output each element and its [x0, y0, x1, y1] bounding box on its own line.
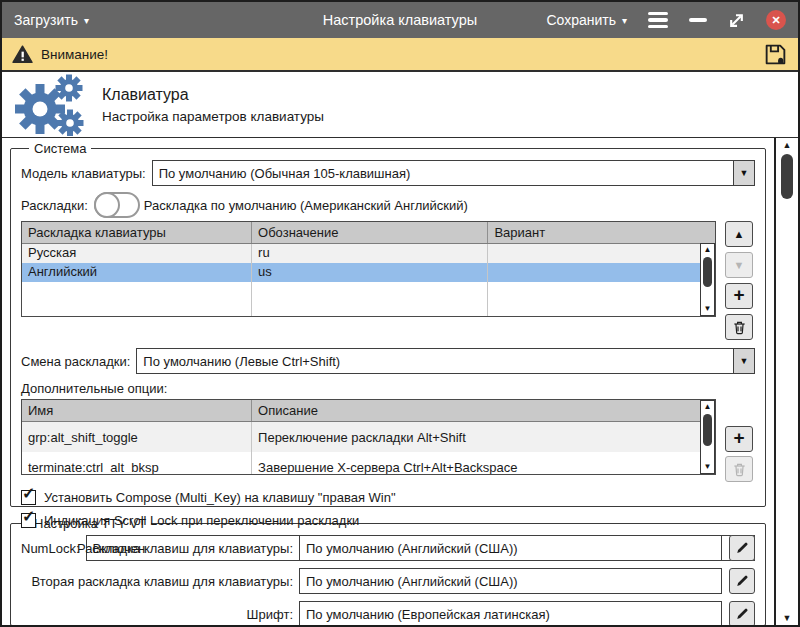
- table-row[interactable]: Русская ru: [22, 244, 715, 263]
- load-menu-label: Загрузить: [14, 12, 78, 28]
- edit-tty-layout-button[interactable]: [729, 535, 755, 561]
- default-layout-toggle[interactable]: [94, 192, 140, 218]
- move-up-button[interactable]: ▲: [725, 221, 753, 247]
- close-button[interactable]: ✕: [766, 10, 786, 30]
- content-area: Система Модель клавиатуры: По умолчанию …: [2, 138, 798, 625]
- tty-second-layout-label: Вторая раскладка клавиш для клавиатуры:: [21, 574, 293, 589]
- options-table-area: Имя Описание grp:alt_shift_toggle Перекл…: [21, 399, 755, 482]
- column-header: Описание: [252, 400, 715, 421]
- scroll-lock-checkbox[interactable]: ✓: [21, 513, 36, 528]
- save-menu-button[interactable]: Сохранить ▾: [546, 12, 627, 28]
- keyboard-settings-window: Загрузить ▾ Настройка клавиатуры Сохрани…: [0, 0, 800, 627]
- load-menu-button[interactable]: Загрузить ▾: [14, 12, 89, 28]
- cell-layout: Английский: [22, 263, 252, 282]
- keyboard-model-row: Модель клавиатуры: По умолчанию (Обычная…: [21, 160, 755, 186]
- chevron-down-icon: ▾: [622, 15, 627, 26]
- table-row-empty[interactable]: [22, 301, 715, 317]
- layout-table-area: Раскладка клавиатуры Обозначение Вариант…: [21, 221, 755, 340]
- module-header-text: Клавиатура Настройка параметров клавиату…: [102, 86, 324, 124]
- options-table-buttons: +: [725, 399, 755, 482]
- save-file-icon[interactable]: [763, 42, 788, 67]
- cell-option-description: Переключение раскладки Alt+Shift: [252, 422, 715, 452]
- scroll-down-icon[interactable]: ▼: [704, 461, 712, 473]
- main-scrollbar-thumb[interactable]: [781, 154, 793, 199]
- layout-table-scrollbar[interactable]: ▲ ▼: [700, 243, 715, 316]
- save-menu-label: Сохранить: [546, 12, 616, 28]
- layout-table-buttons: ▲ ▼ +: [725, 221, 755, 340]
- scroll-down-icon[interactable]: ▼: [783, 611, 792, 625]
- scroll-down-icon[interactable]: ▼: [704, 303, 712, 315]
- plus-icon: +: [733, 427, 744, 449]
- compose-checkbox-label: Установить Compose (Multi_Key) на клавиш…: [44, 490, 396, 505]
- pencil-icon: [735, 541, 749, 555]
- add-option-button[interactable]: +: [725, 426, 753, 452]
- layout-table-header: Раскладка клавиатуры Обозначение Вариант: [22, 222, 715, 244]
- table-row[interactable]: terminate:ctrl_alt_bksp Завершение X-сер…: [22, 452, 715, 475]
- tty-font-field[interactable]: По умолчанию (Европейская латинская): [299, 601, 722, 627]
- tty-font-label: Шрифт:: [21, 607, 293, 622]
- keyboard-model-label: Модель клавиатуры:: [21, 166, 146, 181]
- trash-icon: [732, 462, 747, 477]
- options-table-scrollbar[interactable]: ▲ ▼: [700, 400, 715, 474]
- scrollbar-thumb[interactable]: [703, 257, 712, 287]
- tty-second-layout-row: Вторая раскладка клавиш для клавиатуры: …: [21, 568, 755, 594]
- delete-layout-button[interactable]: [725, 314, 753, 340]
- layout-table: Раскладка клавиатуры Обозначение Вариант…: [21, 221, 716, 317]
- cell-variant: [488, 263, 715, 282]
- warning-bar: Внимание!: [2, 38, 798, 72]
- layouts-label: Раскладки:: [21, 198, 88, 213]
- cell-code: ru: [252, 244, 488, 263]
- menu-icon[interactable]: [648, 12, 668, 29]
- delete-option-button[interactable]: [725, 456, 753, 482]
- table-row[interactable]: grp:alt_shift_toggle Переключение раскла…: [22, 422, 715, 452]
- dropdown-arrow-icon[interactable]: ▼: [733, 349, 754, 373]
- toggle-knob: [94, 192, 120, 218]
- trash-icon: [732, 320, 747, 335]
- tty-layout-field[interactable]: По умолчанию (Английский (США)): [299, 535, 722, 561]
- move-down-button[interactable]: ▼: [725, 252, 753, 278]
- scrollbar-thumb[interactable]: [703, 414, 712, 446]
- edit-tty-font-button[interactable]: [729, 601, 755, 627]
- edit-tty-second-layout-button[interactable]: [729, 568, 755, 594]
- scroll-up-icon[interactable]: ▲: [704, 401, 712, 413]
- options-table: Имя Описание grp:alt_shift_toggle Перекл…: [21, 399, 716, 475]
- expand-icon[interactable]: [728, 12, 745, 29]
- keyboard-model-select[interactable]: По умолчанию (Обычная 105-клавишная) ▼: [152, 160, 755, 186]
- switch-layout-select[interactable]: По умолчанию (Левые Ctrl+Shift) ▼: [136, 348, 755, 374]
- tty-layout-label: Раскладка клавиш для клавиатуры:: [21, 541, 293, 556]
- compose-checkbox-row: ✓ Установить Compose (Multi_Key) на клав…: [21, 490, 755, 505]
- scroll-up-icon[interactable]: ▲: [783, 138, 792, 152]
- column-header: Вариант: [488, 222, 715, 243]
- main-scrollbar[interactable]: ▲ ▼: [774, 138, 798, 625]
- titlebar: Загрузить ▾ Настройка клавиатуры Сохрани…: [2, 2, 798, 38]
- dropdown-arrow-icon[interactable]: ▼: [733, 161, 754, 185]
- pencil-icon: [735, 607, 749, 621]
- tty-group: Настройка TTY VT Раскладка клавиш для кл…: [10, 516, 766, 626]
- tty-second-layout-field[interactable]: По умолчанию (Английский (США)): [299, 568, 722, 594]
- table-row-empty[interactable]: [22, 282, 715, 301]
- close-icon: ✕: [771, 14, 780, 27]
- page-subtitle: Настройка параметров клавиатуры: [102, 109, 324, 124]
- switch-layout-value: По умолчанию (Левые Ctrl+Shift): [137, 349, 733, 373]
- scroll-up-icon[interactable]: ▲: [704, 244, 712, 256]
- table-row-selected[interactable]: Английский us: [22, 263, 715, 282]
- cell-variant: [488, 244, 715, 263]
- cell-option-name: terminate:ctrl_alt_bksp: [22, 452, 252, 475]
- minimize-button[interactable]: [689, 18, 707, 22]
- layouts-row: Раскладки: Раскладка по умолчанию (Амери…: [21, 192, 755, 218]
- page-title: Клавиатура: [102, 86, 324, 104]
- warning-icon: [12, 45, 33, 64]
- down-arrow-icon: ▼: [734, 259, 745, 271]
- gears-icon: [10, 74, 88, 136]
- system-group-legend: Система: [29, 141, 91, 156]
- cell-layout: Русская: [22, 244, 252, 263]
- plus-icon: +: [733, 284, 744, 306]
- warning-text: Внимание!: [41, 47, 108, 62]
- add-layout-button[interactable]: +: [725, 283, 753, 309]
- system-group: Система Модель клавиатуры: По умолчанию …: [10, 141, 766, 507]
- module-header: Клавиатура Настройка параметров клавиату…: [2, 72, 798, 138]
- compose-checkbox[interactable]: ✓: [21, 490, 36, 505]
- column-header: Раскладка клавиатуры: [22, 222, 252, 243]
- titlebar-actions: Сохранить ▾ ✕: [546, 10, 798, 30]
- switch-layout-row: Смена раскладки: По умолчанию (Левые Ctr…: [21, 348, 755, 374]
